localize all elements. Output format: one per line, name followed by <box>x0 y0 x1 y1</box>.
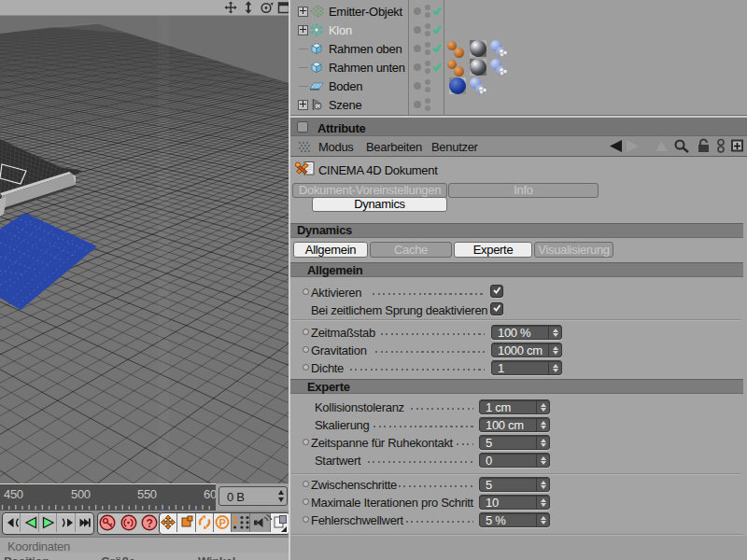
svg-text:0: 0 <box>317 103 320 109</box>
svg-text:?: ? <box>146 517 152 530</box>
svg-text:P: P <box>218 517 225 528</box>
